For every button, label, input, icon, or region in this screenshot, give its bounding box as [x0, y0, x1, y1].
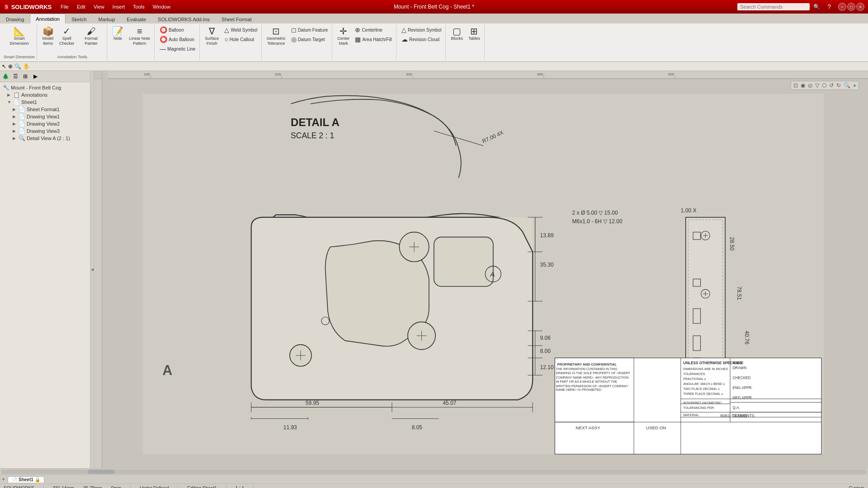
tab-addins[interactable]: SOLIDWORKS Add-Ins [152, 14, 216, 23]
list-icon[interactable]: ☰ [11, 72, 20, 81]
dim-45-07: 45.07 [443, 400, 456, 406]
expand-icon[interactable]: ▶ [31, 72, 40, 81]
feature-tree-sidebar: 🌲 ☰ ⊞ ▶ 🔧 Mount - Front Belt Cog ▶ 📋 Ann… [0, 71, 90, 468]
view-3d-icon[interactable]: ⬡ [821, 82, 827, 89]
sidebar-toolbar: 🌲 ☰ ⊞ ▶ [0, 71, 90, 82]
datum-target-button[interactable]: ◎ Datum Target [289, 35, 330, 44]
menu-file[interactable]: File [57, 3, 72, 10]
used-on-label: USED ON [646, 425, 666, 430]
tab-drawing[interactable]: Drawing [0, 14, 30, 23]
view-filter-icon[interactable]: ▽ [814, 82, 820, 89]
balloon-button[interactable]: ⭕ Balloon [157, 25, 198, 34]
format-painter-button[interactable]: 🖌 Format Painter [78, 25, 105, 47]
menu-insert[interactable]: Insert [109, 3, 129, 10]
tree-drawing-view2[interactable]: ▶ 📄 Drawing View2 [2, 120, 88, 127]
menu-window[interactable]: Window [149, 3, 174, 10]
smart-dimension-label: SmartDimension [9, 36, 29, 46]
spell-checker-button[interactable]: ✓ SpellChecker [57, 25, 77, 47]
blocks-label: Blocks [451, 36, 463, 41]
pan-icon[interactable]: ✋ [23, 63, 30, 70]
tolerance-group-content: ⊡ GeometricTolerance ◻ Datum Feature ◎ D… [264, 25, 330, 60]
datum-col: ◻ Datum Feature ◎ Datum Target [289, 25, 330, 44]
model-items-button[interactable]: 📦 ModelItems [40, 25, 56, 47]
smart-dimension-button[interactable]: 📐 SmartDimension [7, 25, 31, 47]
tree-detail-view[interactable]: ▶ 🔍 Detail View A (2 : 1) [2, 135, 88, 142]
close-button[interactable]: × [856, 3, 864, 11]
geometric-tolerance-button[interactable]: ⊡ GeometricTolerance [264, 25, 288, 47]
note-button[interactable]: 📝 Note [110, 25, 126, 42]
centerline-button[interactable]: ⊕ Centerline [353, 25, 394, 34]
arrow-view2: ▶ [13, 122, 17, 126]
view-display-icon[interactable]: ◉ [800, 82, 806, 89]
view-rotate-ccw[interactable]: ↺ [828, 82, 835, 89]
tolerances-label: TOLERANCES: [683, 372, 706, 376]
weld-symbol-button[interactable]: △ Weld Symbol [222, 25, 259, 34]
view-orient-icon[interactable]: ⊡ [793, 82, 799, 89]
status-defined: Under Defined [140, 486, 169, 488]
sidebar-collapse-handle[interactable]: ◀ [90, 71, 94, 468]
search-commands-input[interactable] [737, 3, 810, 10]
tab-markup[interactable]: Markup [93, 14, 121, 23]
dim-28-50: 28.50 [729, 237, 735, 251]
symbols-group-content: ∇ SurfaceFinish △ Weld Symbol ○ Hole Cal… [203, 25, 259, 60]
datum-feature-button[interactable]: ◻ Datum Feature [289, 25, 330, 34]
tables-button[interactable]: ⊞ Tables [466, 25, 482, 42]
center-mark-button[interactable]: ✛ CenterMark [335, 25, 352, 47]
scroll-track[interactable] [1, 469, 867, 474]
tab-sheetformat[interactable]: Sheet Format [216, 14, 258, 23]
tab-annotation[interactable]: Annotation [30, 14, 66, 23]
tree-root[interactable]: 🔧 Mount - Front Belt Cog [2, 84, 88, 91]
auto-balloon-icon: ⭕ [160, 36, 167, 43]
center-mark-icon: ✛ [340, 27, 347, 36]
tree-sheet1[interactable]: ▼ 📄 Sheet1 [2, 99, 88, 106]
linear-note-pattern-button[interactable]: ≡ Linear NotePattern [127, 25, 153, 47]
scroll-thumb[interactable] [88, 469, 115, 474]
surface-finish-button[interactable]: ∇ SurfaceFinish [203, 25, 221, 47]
area-hatch-label: Area Hatch/Fill [362, 37, 392, 42]
help-icon[interactable]: ? [827, 3, 831, 10]
zoom-fit-icon[interactable]: ⊕ [8, 63, 13, 70]
tree-annotations[interactable]: ▶ 📋 Annotations [2, 91, 88, 99]
document-title: Mount - Front Belt Cog - Sheet1 * [394, 4, 474, 10]
view-hide-icon[interactable]: ◎ [807, 82, 813, 89]
drawn-label: DRAWN [732, 366, 746, 370]
auto-balloon-button[interactable]: ⭕ Auto Balloon [157, 35, 198, 44]
sheet1-tab[interactable]: 📄 Sheet1 🔒 [8, 476, 44, 483]
pointer-icon[interactable]: ↖ [2, 63, 6, 70]
dim-12-10: 12.10 [540, 364, 554, 371]
status-custom: Custom [849, 486, 864, 488]
area-hatch-button[interactable]: ▦ Area Hatch/Fill [353, 35, 394, 44]
view-active-icon[interactable]: ● [852, 82, 857, 89]
drawing-canvas[interactable]: 100 200 300 400 500 ⊡ ◉ ◎ ▽ ⬡ ↺ ↻ 🔍 ● [94, 71, 868, 468]
view-rotate-cw[interactable]: ↻ [835, 82, 842, 89]
revision-cloud-button[interactable]: ☁ Revision Cloud [399, 35, 443, 44]
minimize-button[interactable]: − [838, 3, 846, 11]
menu-edit[interactable]: Edit [73, 3, 89, 10]
zoom-in-icon[interactable]: 🔍 [14, 63, 21, 70]
tab-sketch[interactable]: Sketch [66, 14, 93, 23]
blocks-button[interactable]: ▢ Blocks [448, 25, 465, 42]
sheet1-label: Sheet1 [21, 99, 37, 105]
tree-icon[interactable]: 🌲 [1, 72, 10, 81]
surface-finish-icon: ∇ [209, 27, 215, 36]
tree-sheet-format[interactable]: ▶ 📄 Sheet Format1 [2, 106, 88, 113]
tree-drawing-view1[interactable]: ▶ 📄 Drawing View1 [2, 113, 88, 120]
restore-button[interactable]: □ [847, 3, 855, 11]
search-icon[interactable]: 🔍 [813, 4, 820, 10]
checked-label: CHECKED [732, 376, 750, 380]
magnetic-line-button[interactable]: — Magnetic Line [157, 44, 198, 53]
sheet-tab-bar: + 📄 Sheet1 🔒 [0, 474, 868, 483]
view1-icon: 📄 [19, 113, 25, 120]
tree-drawing-view3[interactable]: ▶ 📄 Drawing View3 [2, 127, 88, 135]
filter-icon[interactable]: ⊞ [21, 72, 30, 81]
view-zoom-icon[interactable]: 🔍 [843, 82, 851, 89]
add-sheet-icon[interactable]: + [2, 476, 5, 483]
arrow-sheet1: ▼ [7, 100, 12, 104]
menu-tools[interactable]: Tools [129, 3, 148, 10]
sw-logo-text: SOLIDWORKS [11, 4, 52, 10]
horizontal-scrollbar[interactable] [0, 468, 868, 474]
revision-symbol-button[interactable]: △ Revision Symbol [399, 25, 443, 34]
menu-view[interactable]: View [90, 3, 108, 10]
hole-callout-button[interactable]: ○ Hole Callout [222, 35, 259, 44]
tab-evaluate[interactable]: Evaluate [121, 14, 152, 23]
